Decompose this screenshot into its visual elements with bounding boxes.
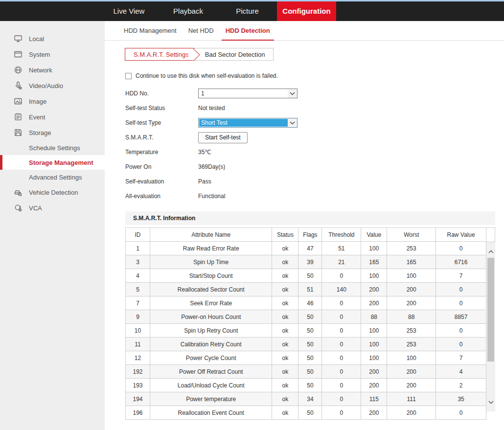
table-cell: 0 (322, 324, 361, 338)
smart-information-table: IDAttribute NameStatusFlagsThresholdValu… (125, 227, 486, 420)
start-self-test-button[interactable]: Start Self-test (198, 132, 248, 143)
column-header-threshold: Threshold (322, 228, 361, 242)
subtab-label: S.M.A.R.T. Settings (134, 51, 189, 58)
table-cell: 200 (361, 365, 387, 379)
self-evaluation-value: Pass (198, 178, 211, 185)
sidebar-item-vca[interactable]: VCA (0, 200, 105, 216)
table-cell: Start/Stop Count (150, 269, 272, 283)
table-body: 1Raw Read Error Rateok475110025303Spin U… (126, 242, 486, 420)
column-header-flags: Flags (298, 228, 322, 242)
sidebar-item-image[interactable]: Image (0, 93, 105, 109)
table-cell: 0 (322, 351, 361, 365)
sidebar-item-label: Local (29, 35, 44, 43)
table-cell: 7 (436, 351, 486, 365)
sidebar: LocalSystemNetworkVideo/AudioImageEventS… (0, 21, 105, 430)
all-evaluation-label: All-evaluation (125, 193, 198, 200)
table-cell: 253 (387, 338, 436, 351)
scrollbar-track[interactable] (486, 242, 495, 411)
table-cell: 100 (361, 242, 387, 255)
nav-item-live-view[interactable]: Live View (99, 1, 159, 21)
self-test-type-select[interactable]: Short Test (198, 118, 298, 128)
table-cell: 200 (387, 365, 436, 379)
table-cell: 193 (126, 379, 150, 392)
table-row: 12Power Cycle Countok5001001007 (126, 351, 486, 365)
table-cell: Power-on Hours Count (150, 310, 272, 324)
table-cell: ok (272, 365, 298, 379)
table-header-row: IDAttribute NameStatusFlagsThresholdValu… (126, 228, 486, 242)
sidebar-item-network[interactable]: Network (0, 62, 105, 78)
table-cell: 200 (361, 406, 387, 420)
table-cell: 50 (298, 338, 322, 351)
table-cell: ok (272, 310, 298, 324)
self-test-status-value: Not tested (198, 105, 225, 112)
nav-item-playback[interactable]: Playback (159, 1, 218, 21)
scroll-up-icon[interactable] (486, 248, 495, 255)
scrollbar-thumb[interactable] (487, 258, 494, 362)
tab-net-hdd[interactable]: Net HDD (183, 21, 220, 40)
table-cell: 100 (387, 269, 436, 283)
sidebar-item-advanced-settings[interactable]: Advanced Settings (0, 170, 105, 184)
smart-information-title: S.M.A.R.T. Information (125, 211, 495, 225)
table-row: 10Spin Up Retry Countok5001002530 (126, 324, 486, 338)
sidebar-item-event[interactable]: Event (0, 109, 105, 125)
subtab-bad-sector-detection[interactable]: Bad Sector Detection (191, 48, 274, 61)
table-header-scroll-stub (486, 227, 495, 242)
chevron-down-icon (288, 118, 297, 127)
table-cell: 0 (322, 406, 361, 420)
temperature-row: Temperature 35℃ (125, 145, 504, 159)
sidebar-item-video-audio[interactable]: Video/Audio (0, 78, 105, 93)
hdd-no-selected-value: 1 (199, 89, 288, 98)
all-evaluation-row: All-evaluation Functional (125, 189, 504, 204)
hdd-no-select[interactable]: 1 (198, 89, 298, 98)
table-cell: 196 (126, 406, 150, 420)
table-cell: 12 (126, 351, 150, 365)
table-cell: 7 (126, 296, 150, 310)
table-cell: 50 (298, 406, 322, 420)
table-cell: ok (272, 269, 298, 283)
sidebar-item-local[interactable]: Local (0, 31, 105, 46)
table-cell: 111 (387, 392, 436, 406)
sidebar-item-system[interactable]: System (0, 46, 105, 62)
continue-use-disk-checkbox[interactable] (125, 73, 132, 79)
sidebar-item-storage-management[interactable]: Storage Management (0, 155, 105, 170)
table-cell: 200 (361, 283, 387, 296)
self-evaluation-label: Self-evaluation (125, 178, 198, 185)
subtab-bar: S.M.A.R.T. SettingsBad Sector Detection (125, 48, 504, 61)
table-cell: 9 (126, 310, 150, 324)
sidebar-item-storage[interactable]: Storage (0, 125, 105, 140)
table-cell: Reallocation Event Count (150, 406, 272, 420)
table-cell: 0 (322, 310, 361, 324)
monitor-icon (14, 34, 23, 43)
table-cell: 192 (126, 365, 150, 379)
self-evaluation-row: Self-evaluation Pass (125, 174, 504, 189)
scroll-down-icon[interactable] (486, 399, 495, 406)
sidebar-item-vehicle-detection[interactable]: Vehicle Detection (0, 184, 105, 200)
sidebar-item-schedule-settings[interactable]: Schedule Settings (0, 140, 105, 155)
table-cell: 194 (126, 392, 150, 406)
table-cell: ok (272, 296, 298, 310)
table-cell: 0 (436, 283, 486, 296)
table-cell: 140 (322, 283, 361, 296)
tab-hdd-management[interactable]: HDD Management (118, 21, 183, 40)
sidebar-item-label: Advanced Settings (29, 174, 82, 181)
nav-item-configuration[interactable]: Configuration (277, 1, 336, 21)
table-row: 3Spin Up Timeok39211651656716 (126, 255, 486, 269)
table-row: 11Calibration Retry Countok5001002530 (126, 338, 486, 351)
table-cell: 4 (436, 365, 486, 379)
subtab-s-m-a-r-t-settings[interactable]: S.M.A.R.T. Settings (125, 48, 194, 61)
table-cell: ok (272, 379, 298, 392)
table-cell: 200 (361, 296, 387, 310)
table-cell: 51 (298, 283, 322, 296)
hdd-no-label: HDD No. (125, 90, 198, 97)
hdd-no-row: HDD No. 1 (125, 86, 504, 101)
table-cell: 46 (298, 296, 322, 310)
globe-icon (14, 66, 23, 74)
nav-item-picture[interactable]: Picture (218, 1, 277, 21)
table-cell: 50 (298, 351, 322, 365)
tab-hdd-detection[interactable]: HDD Detection (220, 21, 276, 40)
table-cell: 88 (387, 310, 436, 324)
table-cell: 10 (126, 324, 150, 338)
tab-bar: HDD ManagementNet HDDHDD Detection (105, 21, 504, 41)
table-cell: 50 (298, 324, 322, 338)
power-on-value: 369Day(s) (198, 163, 225, 170)
